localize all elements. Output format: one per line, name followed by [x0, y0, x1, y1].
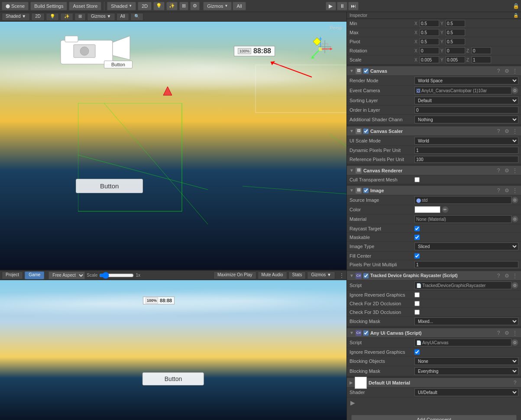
fx-icon-btn[interactable]: ✨ [166, 2, 178, 10]
raycast-checkbox[interactable] [414, 226, 420, 231]
min-x[interactable] [420, 20, 439, 27]
scale-x[interactable] [420, 56, 439, 63]
image-menu-btn[interactable]: ⋮ [511, 187, 518, 194]
tracked-checkbox[interactable] [363, 273, 369, 278]
shader-dropdown[interactable]: UI/Default [414, 388, 518, 396]
ui-scale-dropdown[interactable]: World [414, 137, 518, 145]
material-picker[interactable]: ⊙ [511, 216, 518, 223]
maximize-play-btn[interactable]: Maximize On Play [214, 271, 256, 279]
light-btn[interactable]: 💡 [46, 13, 59, 21]
add-component-button[interactable]: Add Component [351, 415, 517, 420]
tracked-help-btn[interactable]: ? [495, 273, 502, 279]
reference-pixels-input[interactable] [414, 156, 518, 163]
stats-btn[interactable]: Stats [288, 271, 306, 279]
max-y[interactable] [446, 29, 465, 36]
step-button[interactable]: ⏭ [348, 2, 359, 10]
min-y[interactable] [446, 20, 465, 27]
aspect-select[interactable]: Free Aspect [49, 271, 85, 279]
maskable-checkbox[interactable] [414, 235, 420, 240]
default-ui-material-header[interactable]: ▶ Default UI Material ? [347, 378, 521, 388]
material-help-btn[interactable]: ? [511, 380, 518, 386]
game-tab[interactable]: Game [25, 271, 44, 279]
dynamic-pixels-input[interactable] [414, 147, 518, 154]
tracked-raycaster-header[interactable]: ▼ C# Tracked Device Graphic Raycaster (S… [347, 271, 521, 281]
fill-center-checkbox[interactable] [414, 253, 420, 258]
canvas-renderer-menu-btn[interactable]: ⋮ [511, 168, 518, 174]
gizmos-game-btn[interactable]: Gizmos ▼ [307, 271, 335, 279]
project-tab[interactable]: Project [2, 271, 23, 279]
all-btn[interactable]: All [233, 2, 246, 10]
tracked-script-picker[interactable]: ⊙ [511, 282, 518, 289]
shaded-btn[interactable]: Shaded ▼ [2, 13, 30, 21]
color-swatch[interactable] [414, 206, 440, 213]
image-help-btn[interactable]: ? [495, 187, 502, 194]
source-image-picker[interactable]: ⊙ [511, 197, 518, 204]
game-menu-btn[interactable]: ⋮ [339, 272, 345, 279]
pause-button[interactable]: ⏸ [337, 2, 347, 10]
2d-btn[interactable]: 2D [31, 13, 45, 21]
event-camera-picker[interactable]: ⊙ [511, 87, 518, 94]
canvas-renderer-header[interactable]: ▼ 🖼 Canvas Renderer ? ⚙ ⋮ [347, 166, 521, 175]
canvas-settings-btn[interactable]: ⚙ [503, 68, 510, 74]
light-icon-btn[interactable]: 💡 [153, 2, 165, 10]
inspector-lock-btn[interactable]: 🔒 [513, 13, 518, 18]
additional-shader-dropdown[interactable]: Nothing [414, 116, 518, 123]
asset-store-tab[interactable]: Asset Store [69, 2, 101, 10]
scroll-arrow-right[interactable]: ▶ [347, 397, 521, 408]
canvas-renderer-help-btn[interactable]: ? [495, 168, 502, 174]
tracked-settings-btn[interactable]: ⚙ [503, 273, 510, 279]
scale-y[interactable] [446, 56, 465, 63]
image-checkbox[interactable] [363, 188, 369, 193]
check-2d-checkbox[interactable] [414, 301, 420, 306]
image-type-dropdown[interactable]: Sliced [414, 242, 518, 250]
canvas-help-btn[interactable]: ? [495, 68, 502, 74]
image-component-header[interactable]: ▼ 🖼 Image ? ⚙ ⋮ [347, 186, 521, 195]
gizmos-scene-btn[interactable]: Gizmos ▼ [87, 13, 115, 21]
scale-slider[interactable] [99, 272, 134, 279]
render-mode-dropdown[interactable]: World Space [414, 77, 518, 84]
play-button[interactable]: ▶ [326, 2, 336, 10]
canvas-menu-btn[interactable]: ⋮ [511, 68, 518, 74]
tools-icon-btn[interactable]: ⚙ [190, 2, 200, 10]
canvas-scaler-menu-btn[interactable]: ⋮ [511, 128, 518, 134]
max-x[interactable] [420, 29, 439, 36]
canvas-checkbox[interactable] [363, 68, 369, 74]
blocking-mask-tracked-dropdown[interactable]: Mixed... [414, 317, 518, 325]
any-ui-help-btn[interactable]: ? [495, 330, 502, 336]
rotation-z[interactable] [472, 47, 491, 54]
dimension-btn[interactable]: 2D [138, 2, 152, 10]
mute-audio-btn[interactable]: Mute Audio [258, 271, 287, 279]
rotation-x[interactable] [420, 47, 439, 54]
view-mode-btn[interactable]: Shaded ▼ [107, 2, 136, 10]
pixels-per-unit-input[interactable] [414, 261, 518, 268]
build-settings-tab[interactable]: Build Settings [30, 2, 67, 10]
grid-icon-btn[interactable]: ⊞ [179, 2, 188, 10]
any-ui-ignore-checkbox[interactable] [414, 349, 420, 355]
canvas-scaler-header[interactable]: ▼ 🖼 Canvas Scaler ? ⚙ ⋮ [347, 126, 521, 136]
scene-tab[interactable]: ⬤ Scene [2, 2, 29, 10]
canvas-component-header[interactable]: ▼ 🖼 Canvas ? ⚙ ⋮ [347, 66, 521, 76]
gizmos-btn[interactable]: Gizmos ▼ [203, 2, 232, 10]
canvas-scaler-settings-btn[interactable]: ⚙ [503, 128, 510, 134]
pivot-x[interactable] [420, 38, 439, 45]
image-settings-btn[interactable]: ⚙ [503, 187, 510, 194]
sorting-layer-dropdown[interactable]: Default [414, 97, 518, 104]
cull-mesh-checkbox[interactable] [414, 177, 420, 182]
canvas-renderer-settings-btn[interactable]: ⚙ [503, 168, 510, 174]
fx-btn[interactable]: ✨ [60, 13, 73, 21]
any-ui-menu-btn[interactable]: ⋮ [511, 330, 518, 336]
all-scene-btn[interactable]: All [116, 13, 129, 21]
any-ui-settings-btn[interactable]: ⚙ [503, 330, 510, 336]
order-in-layer-input[interactable] [414, 107, 518, 113]
canvas-scaler-help-btn[interactable]: ? [495, 128, 502, 134]
tracked-ignore-checkbox[interactable] [414, 292, 420, 297]
rotation-y[interactable] [446, 47, 465, 54]
any-ui-canvas-header[interactable]: ▼ C# Any Ui Canvas (Script) ? ⚙ ⋮ [347, 328, 521, 338]
any-ui-checkbox[interactable] [363, 330, 369, 336]
canvas-scaler-checkbox[interactable] [363, 129, 369, 134]
pivot-y[interactable] [446, 38, 465, 45]
tracked-menu-btn[interactable]: ⋮ [511, 273, 518, 279]
blocking-mask-any-dropdown[interactable]: Everything [414, 367, 518, 375]
check-3d-checkbox[interactable] [414, 310, 420, 315]
any-ui-script-picker[interactable]: ⊙ [511, 339, 518, 346]
